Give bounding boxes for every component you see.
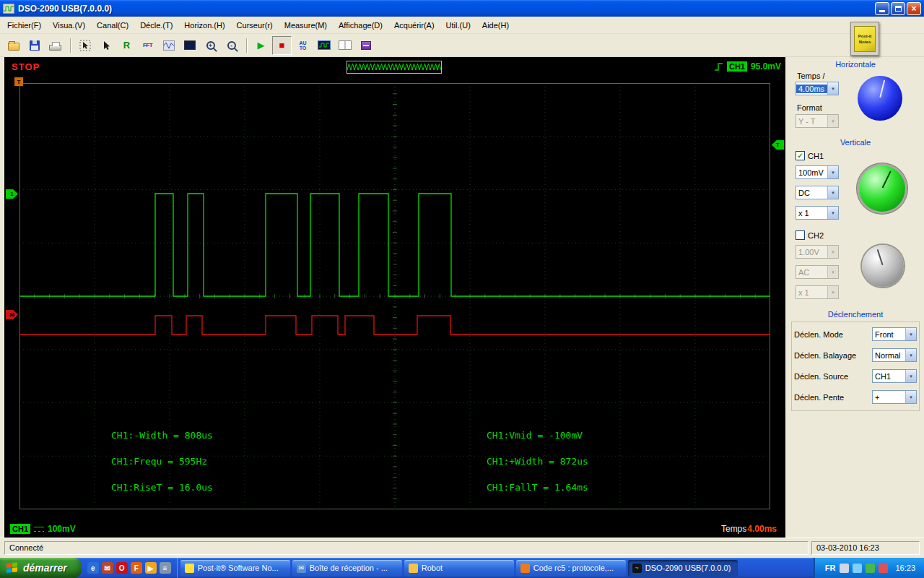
zoom-out-button[interactable]: -	[222, 36, 241, 55]
save-button[interactable]	[25, 36, 44, 55]
postit-icon: Post-it Notes	[854, 26, 876, 52]
acquisition-status: STOP	[12, 61, 40, 72]
trigger-sweep-select[interactable]: Normal▼	[872, 348, 917, 362]
taskbar-task-button[interactable]: Code rc5 : protocole,...	[516, 560, 626, 577]
task-label: Boîte de réception - ...	[310, 564, 388, 572]
trigger-slope-select[interactable]: +▼	[872, 390, 917, 404]
trigger-mode-select[interactable]: Front▼	[872, 327, 917, 341]
autoset-button[interactable]: AU TO	[293, 36, 313, 55]
taskbar-task-button[interactable]: Post-it® Software No...	[180, 560, 290, 577]
zoom-in-button[interactable]: +	[201, 36, 220, 55]
maximize-icon	[895, 6, 902, 12]
chevron-down-icon[interactable]: ▼	[905, 370, 916, 382]
minimize-button[interactable]	[875, 2, 889, 15]
printer-icon	[49, 45, 61, 51]
ch2-enable-row: CH2	[796, 230, 824, 240]
combo-value: Front	[873, 330, 905, 339]
menu-item[interactable]: Horizon.(H)	[178, 19, 230, 32]
chevron-down-icon[interactable]: ▼	[905, 349, 916, 361]
mail-icon[interactable]: ✉	[102, 562, 113, 574]
ch1-coupling-select[interactable]: DC ▼	[796, 186, 839, 199]
window-title: DSO-2090 USB(7.0.0.0)	[18, 4, 875, 14]
menu-item[interactable]: Util.(U)	[440, 19, 476, 32]
taskbar-task-button[interactable]: ✉Boîte de réception - ...	[292, 560, 402, 577]
media-player-icon[interactable]: ▶	[145, 562, 157, 574]
horizontal-knob[interactable]	[858, 76, 902, 121]
autoset-icon: AU TO	[299, 40, 306, 51]
close-button[interactable]: ×	[907, 2, 921, 15]
open-file-button[interactable]	[4, 36, 23, 55]
postit-notes-shortcut[interactable]: Post-it Notes	[850, 22, 879, 56]
settings-button[interactable]	[356, 36, 375, 55]
cursor-select-icon	[79, 40, 91, 51]
math-level-marker[interactable]: M	[6, 310, 18, 319]
scope-display: STOP CH1 95.0mV T 1 M T CH1:-Width = 808…	[4, 57, 785, 538]
trigger-source-select[interactable]: CH1▼	[872, 369, 917, 383]
measurements-left: CH1:-Width = 808usCH1:Frequ = 595HzCH1:R…	[111, 423, 213, 501]
menu-item[interactable]: Affichage(D)	[333, 19, 388, 32]
task-icon: ~	[632, 564, 642, 573]
menu-item[interactable]: Aide(H)	[476, 19, 515, 32]
task-button-area: Post-it® Software No...✉Boîte de récepti…	[178, 558, 814, 578]
menu-item[interactable]: Curseur(r)	[231, 19, 279, 32]
chevron-down-icon[interactable]: ▼	[827, 82, 838, 95]
fft-button[interactable]: FFT	[138, 36, 157, 55]
ch1-level-marker[interactable]: 1	[6, 189, 18, 199]
chevron-down-icon[interactable]: ▼	[827, 207, 838, 219]
alert-icon[interactable]	[879, 564, 888, 573]
menu-item[interactable]: Décle.(T)	[134, 19, 178, 32]
horizontal-position-preview[interactable]	[346, 61, 442, 74]
ch1-vertical-knob[interactable]	[859, 165, 905, 212]
cursor-select-button[interactable]	[75, 36, 95, 55]
menu-item[interactable]: Fichier(F)	[1, 19, 47, 32]
trigger-edge-icon	[714, 62, 723, 72]
ch1-checkbox[interactable]: ✓	[796, 151, 805, 160]
firefox-icon[interactable]: F	[131, 562, 142, 574]
status-bar: Connecté 03-03-2010 16:23	[0, 538, 924, 558]
opera-icon[interactable]: O	[116, 562, 128, 574]
math-icon	[163, 40, 175, 51]
display-mode-button[interactable]	[314, 36, 334, 55]
measurement-line: CH1:FallT = 1.64ms	[487, 475, 588, 501]
xy-mode-button[interactable]	[180, 36, 199, 55]
chevron-down-icon[interactable]: ▼	[827, 186, 838, 199]
ch1-volts-select[interactable]: 100mV ▼	[796, 165, 839, 179]
menu-item[interactable]: Acquérir(A)	[388, 19, 440, 32]
menu-item[interactable]: Visua.(V)	[47, 19, 91, 32]
language-indicator[interactable]: FR	[825, 564, 836, 572]
antivirus-icon[interactable]	[866, 564, 875, 573]
print-button[interactable]	[45, 36, 65, 55]
maximize-button[interactable]	[891, 2, 905, 15]
volume-icon[interactable]	[840, 564, 849, 573]
math-button[interactable]	[159, 36, 178, 55]
run-button[interactable]: ▶	[251, 36, 271, 55]
zoom-out-icon: -	[227, 41, 236, 50]
menu-item[interactable]: Canal(C)	[91, 19, 134, 32]
chevron-down-icon[interactable]: ▼	[905, 391, 916, 403]
menu-item[interactable]: Measure(M)	[279, 19, 333, 32]
cursor-arrow-icon	[100, 40, 112, 51]
ch2-vertical-knob[interactable]	[862, 245, 904, 287]
network-icon[interactable]	[853, 564, 862, 573]
menu-bar: Fichier(F)Visua.(V)Canal(C)Décle.(T)Hori…	[0, 17, 924, 34]
show-desktop-icon[interactable]: ≡	[160, 562, 171, 574]
trigger-position-marker[interactable]: T	[14, 77, 23, 86]
refresh-button[interactable]: R	[117, 36, 136, 55]
timebase-readout: Temps 4.00ms	[721, 524, 777, 534]
trigger-row: Déclen. Pente+▼	[794, 387, 917, 407]
trigger-level-marker[interactable]: T	[772, 140, 784, 150]
split-display-icon	[339, 40, 352, 50]
taskbar-task-button[interactable]: Robot	[404, 560, 514, 577]
stop-icon: ■	[279, 40, 285, 51]
split-display-button[interactable]	[335, 36, 354, 55]
ch1-probe-select[interactable]: x 1 ▼	[796, 206, 839, 220]
timebase-select[interactable]: 4.00ms ▼	[796, 82, 839, 95]
stop-button[interactable]: ■	[272, 36, 292, 55]
ie-icon[interactable]: e	[87, 562, 99, 574]
chevron-down-icon[interactable]: ▼	[905, 328, 916, 340]
ch2-checkbox[interactable]	[796, 230, 805, 240]
start-button[interactable]: démarrer	[0, 558, 82, 578]
cursor-arrow-button[interactable]	[96, 36, 116, 55]
chevron-down-icon[interactable]: ▼	[827, 166, 838, 178]
taskbar-task-button[interactable]: ~DSO-2090 USB(7.0.0.0)	[628, 560, 738, 577]
